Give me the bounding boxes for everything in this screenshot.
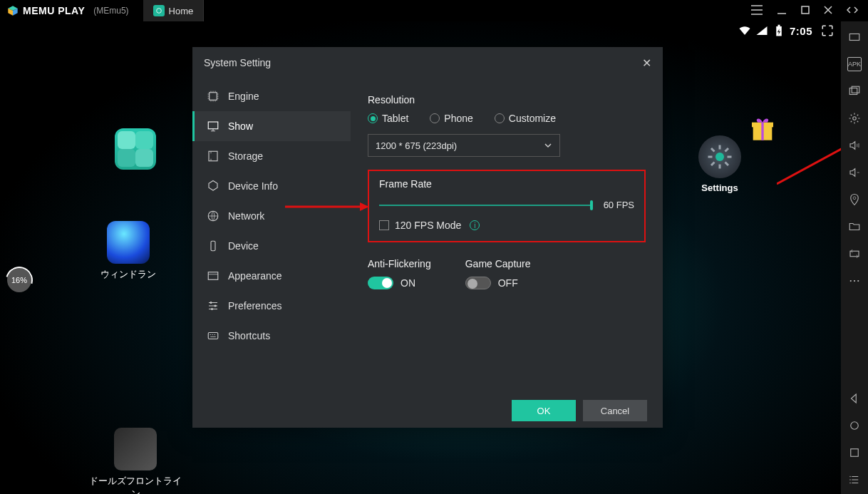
right-toolbar: APK — [841, 21, 868, 494]
location-icon[interactable] — [847, 192, 862, 207]
svg-rect-4 — [802, 6, 809, 14]
desktop-icon-dolls[interactable]: ドールズフロントライン — [86, 428, 185, 494]
desktop-icon-group[interactable] — [86, 128, 185, 170]
svg-rect-10 — [761, 123, 763, 140]
app-folder-icon — [115, 128, 156, 170]
hamburger-icon[interactable] — [751, 5, 763, 17]
svg-rect-25 — [849, 34, 859, 41]
sidebar-item-show[interactable]: Show — [192, 111, 351, 141]
svg-point-3 — [156, 9, 161, 14]
svg-point-28 — [853, 117, 857, 120]
settings-label: Settings — [701, 182, 738, 193]
gift-icon[interactable] — [748, 114, 777, 143]
gear-icon[interactable] — [847, 111, 862, 125]
home-icon — [153, 5, 165, 16]
svg-point-32 — [854, 280, 855, 282]
fps-slider[interactable]: 60 FPS — [379, 198, 634, 212]
emulator-desktop: 7:05 ウィンドラン ドールズフロントライン Settings 16% Sys… — [0, 21, 841, 494]
svg-point-38 — [849, 483, 851, 484]
more-icon[interactable] — [847, 274, 862, 288]
game-capture-toggle[interactable] — [465, 277, 491, 289]
resolution-value: 1200 * 675 (223dpi) — [376, 140, 457, 151]
svg-rect-15 — [211, 241, 215, 251]
svg-point-19 — [211, 308, 213, 310]
dialog-close-icon[interactable]: ✕ — [642, 56, 651, 70]
sidebar-item-shortcuts[interactable]: Shortcuts — [192, 321, 351, 351]
sidebar-item-engine[interactable]: Engine — [192, 81, 351, 111]
expand-icon[interactable] — [847, 6, 858, 16]
svg-point-34 — [851, 422, 859, 430]
ok-button[interactable]: OK — [512, 400, 576, 421]
svg-rect-27 — [852, 86, 859, 93]
progress-widget[interactable]: 16% — [7, 268, 31, 292]
minimize-icon[interactable] — [777, 5, 787, 17]
folder-icon[interactable] — [847, 220, 862, 234]
windrun-icon — [107, 221, 150, 264]
anti-flicker-state: ON — [401, 277, 415, 289]
radio-customize[interactable]: Customize — [495, 113, 556, 124]
volume-down-icon[interactable] — [847, 165, 862, 180]
resolution-select[interactable]: 1200 * 675 (223dpi) — [368, 134, 560, 157]
svg-rect-26 — [849, 88, 857, 95]
nav-list-icon[interactable] — [847, 473, 862, 487]
svg-rect-12 — [208, 122, 218, 129]
title-bar: MEMU PLAY (MEmu5) Home — [0, 0, 868, 21]
rotate-icon[interactable] — [847, 247, 862, 261]
annotation-arrow-right — [777, 143, 841, 185]
wifi-icon — [738, 24, 751, 37]
clock: 7:05 — [790, 25, 812, 37]
tab-label: Home — [169, 6, 194, 16]
svg-point-29 — [853, 197, 856, 200]
sidebar-item-preferences[interactable]: Preferences — [192, 291, 351, 321]
logo-cube-icon — [7, 5, 19, 16]
cancel-button[interactable]: Cancel — [583, 400, 647, 421]
svg-point-37 — [849, 479, 851, 480]
close-icon[interactable] — [824, 6, 832, 16]
desktop-icon-settings[interactable]: Settings — [670, 135, 770, 193]
sidebar-item-storage[interactable]: Storage — [192, 141, 351, 171]
fullscreen-icon[interactable] — [821, 24, 834, 37]
radio-phone[interactable]: Phone — [430, 113, 472, 124]
apk-icon[interactable]: APK — [847, 57, 862, 71]
desktop-icon-windrun[interactable]: ウィンドラン — [78, 221, 178, 281]
dolls-icon — [114, 428, 157, 470]
resolution-radio-row: Tablet Phone Customize — [368, 113, 646, 124]
svg-rect-35 — [851, 449, 859, 457]
nav-recent-icon[interactable] — [847, 446, 862, 460]
radio-tablet[interactable]: Tablet — [368, 113, 408, 124]
sidebar-item-device[interactable]: Device — [192, 231, 351, 261]
dialog-content: Resolution Tablet Phone Customize 1200 *… — [351, 78, 663, 393]
maximize-icon[interactable] — [801, 6, 810, 16]
signal-icon — [755, 24, 768, 37]
battery-icon — [773, 24, 785, 37]
multi-window-icon[interactable] — [847, 84, 862, 98]
dialog-title: System Setting — [204, 57, 271, 68]
info-icon[interactable]: i — [470, 220, 480, 230]
windrun-label: ウィンドラン — [100, 268, 156, 281]
anti-flicker-toggle[interactable] — [368, 277, 393, 289]
sidebar-item-network[interactable]: Network — [192, 201, 351, 231]
svg-line-23 — [777, 147, 841, 184]
svg-point-36 — [849, 476, 851, 478]
nav-home-icon[interactable] — [847, 418, 862, 433]
tab-home[interactable]: Home — [143, 0, 205, 21]
fps-label: 60 FPS — [604, 200, 634, 210]
sidebar-item-device-info[interactable]: Device Info — [192, 171, 351, 201]
keymap-icon[interactable] — [847, 30, 862, 44]
nav-back-icon[interactable] — [847, 391, 862, 406]
dialog-sidebar: Engine Show Storage Device Info Network … — [192, 78, 351, 393]
anti-flicker-title: Anti-Flickering — [368, 258, 431, 269]
android-status-bar: 7:05 — [731, 21, 841, 40]
dolls-label: ドールズフロントライン — [86, 475, 185, 494]
frame-rate-section: Frame Rate 60 FPS 120 FPS Mode i — [368, 170, 646, 242]
frame-rate-title: Frame Rate — [379, 178, 634, 190]
volume-up-icon[interactable] — [847, 138, 862, 153]
settings-gear-icon — [698, 135, 741, 178]
chevron-down-icon — [544, 141, 552, 150]
svg-point-31 — [850, 280, 852, 282]
fps120-checkbox[interactable] — [379, 220, 389, 230]
svg-rect-16 — [208, 272, 218, 280]
window-controls — [741, 5, 868, 17]
sidebar-item-appearance[interactable]: Appearance — [192, 261, 351, 291]
dialog-footer: OK Cancel — [192, 393, 663, 428]
